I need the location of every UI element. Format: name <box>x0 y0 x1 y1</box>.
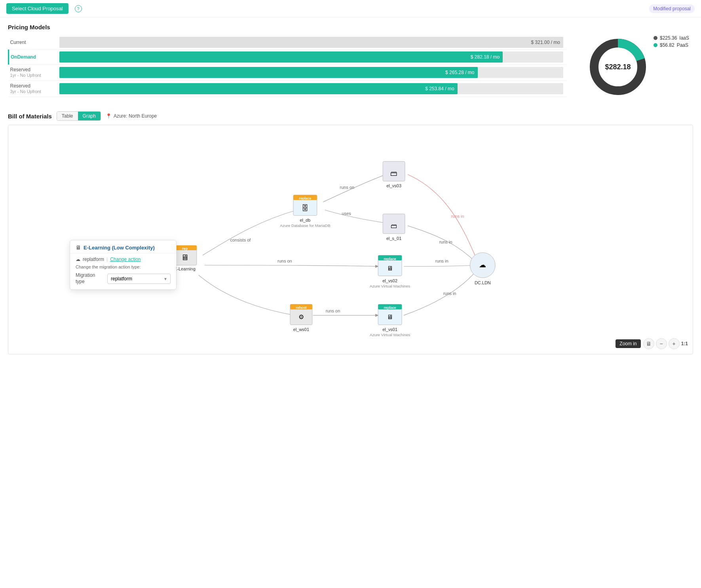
graph-svg: consists of runs on uses runs in runs in… <box>8 125 693 354</box>
select-cloud-button[interactable]: Select Cloud Proposal <box>6 3 68 14</box>
paas-dot <box>654 43 657 47</box>
tooltip-header: 🖥 E-Learning (Low Complexity) <box>70 240 176 253</box>
donut-legend: $225.36 IaaS $56.82 PaaS <box>654 35 689 48</box>
pin-icon: 📍 <box>106 113 112 119</box>
svg-text:el_db: el_db <box>300 218 310 223</box>
svg-text:rehost: rehost <box>296 306 306 310</box>
svg-text:DC.LDN: DC.LDN <box>475 280 491 285</box>
edge-label-uses: uses <box>342 211 351 216</box>
node-el-vs03[interactable]: 🗃 el_vs03 <box>383 162 405 188</box>
tab-table[interactable]: Table <box>57 112 78 120</box>
pricing-row-label: Reserved3yr - No Upfront <box>9 81 56 97</box>
paas-value: $56.82 <box>660 42 674 48</box>
pricing-row-label: Reserved1yr - No Upfront <box>9 65 56 81</box>
edge-label-runs-in-1: runs in <box>451 214 464 219</box>
tooltip-description: Change the migration action type: <box>76 265 171 269</box>
azure-region-label: Azure: North Europe <box>114 113 157 119</box>
tooltip-body: ☁ replatform | Change action Change the … <box>70 253 176 289</box>
zoom-ratio-label: 1:1 <box>681 341 688 346</box>
change-action-link[interactable]: Change action <box>110 257 141 262</box>
zoom-out-btn[interactable]: − <box>656 338 667 349</box>
node-dc-ldn[interactable]: ☁ DC.LDN <box>470 253 495 285</box>
svg-text:🗄: 🗄 <box>302 204 309 212</box>
svg-text:Azure Virtual Machines: Azure Virtual Machines <box>370 284 410 288</box>
iaas-dot <box>654 36 657 40</box>
zoom-tooltip-label: Zoom in <box>616 339 640 348</box>
node-el-db[interactable]: replace 🗄 el_db Azure Database for Maria… <box>280 195 331 228</box>
svg-text:Azure Virtual Machines: Azure Virtual Machines <box>370 333 410 337</box>
edge-label-runs-in-3: runs in <box>435 259 448 263</box>
node-el-vs01[interactable]: replace 🖥 el_vs01 Azure Virtual Machines <box>370 304 410 337</box>
zoom-controls[interactable]: 🖥 − + 1:1 <box>643 338 688 349</box>
svg-text:rep: rep <box>182 247 188 251</box>
node-el-s-01[interactable]: 🗃 el_s_01 <box>383 214 405 241</box>
legend-iaas: $225.36 IaaS <box>654 35 689 41</box>
pricing-row-bar: $ 282.18 / mo <box>56 50 567 65</box>
edge-label-runs-on-1: runs on <box>340 185 355 190</box>
zoom-bar: Zoom in 🖥 − + 1:1 <box>616 338 688 349</box>
header-bar: Select Cloud Proposal ? Modified proposa… <box>0 0 701 17</box>
donut-chart: $282.18 <box>586 35 650 99</box>
tab-graph[interactable]: Graph <box>78 112 101 120</box>
svg-text:replace: replace <box>384 257 396 261</box>
svg-text:🖥: 🖥 <box>181 253 189 262</box>
migration-type-row: Migration type replatformrehostreplacere… <box>76 272 171 285</box>
node-el-vs02[interactable]: replace 🖥 el_vs02 Azure Virtual Machines <box>370 255 410 288</box>
paas-label: PaaS <box>677 42 688 48</box>
pricing-row-label: Current <box>9 35 56 50</box>
main-content: Pricing Models Current $ 321.00 / mo OnD… <box>0 17 701 361</box>
edge-label-runs-in-2: runs in <box>439 240 452 244</box>
graph-area[interactable]: consists of runs on uses runs in runs in… <box>8 125 693 354</box>
iaas-label: IaaS <box>679 35 689 41</box>
iaas-value: $225.36 <box>660 35 677 41</box>
platform-icon: ☁ <box>76 257 80 262</box>
pricing-right-panel: $282.18 $225.36 IaaS $56.82 PaaS <box>582 35 693 103</box>
tooltip-title-icon: 🖥 <box>76 244 81 251</box>
svg-text:el_vs03: el_vs03 <box>386 183 401 188</box>
donut-main-value: $282.18 <box>605 63 631 71</box>
svg-text:el_vs02: el_vs02 <box>382 278 397 283</box>
help-icon[interactable]: ? <box>75 5 82 12</box>
svg-text:⚙: ⚙ <box>298 314 304 320</box>
zoom-in-btn[interactable]: + <box>669 338 680 349</box>
svg-text:🖥: 🖥 <box>387 265 393 272</box>
svg-text:replace: replace <box>299 196 311 200</box>
pricing-row-bar: $ 265.28 / mo <box>56 65 567 81</box>
pricing-table-container: Current $ 321.00 / mo OnDemand $ 282.18 … <box>8 35 566 101</box>
edge-label-consists-of: consists of <box>230 238 251 242</box>
pricing-row-bar: $ 321.00 / mo <box>56 35 567 50</box>
pricing-section-title: Pricing Models <box>8 24 693 30</box>
svg-text:el_vs01: el_vs01 <box>382 327 397 332</box>
migration-type-label: Migration type <box>76 272 103 285</box>
svg-text:🖥: 🖥 <box>387 314 393 320</box>
pricing-row-bar: $ 253.84 / mo <box>56 81 567 97</box>
svg-text:E-Learning: E-Learning <box>174 266 196 271</box>
pricing-row-label: OnDemand <box>9 50 56 65</box>
edge-label-runs-on-3: runs on <box>326 308 340 313</box>
node-tooltip-popup: 🖥 E-Learning (Low Complexity) ☁ replatfo… <box>70 240 177 290</box>
legend-paas: $56.82 PaaS <box>654 42 689 48</box>
svg-text:replace: replace <box>384 306 396 310</box>
node-el-ws01[interactable]: rehost ⚙ el_ws01 <box>290 304 312 332</box>
tooltip-title: E-Learning (Low Complexity) <box>84 245 155 251</box>
svg-text:el_ws01: el_ws01 <box>293 327 309 332</box>
migration-type-select-wrapper[interactable]: replatformrehostreplaceretireretain ▼ <box>107 274 171 284</box>
svg-text:el_s_01: el_s_01 <box>386 236 401 241</box>
bom-tab-group[interactable]: Table Graph <box>57 111 101 121</box>
svg-text:Azure Database for MariaDB: Azure Database for MariaDB <box>280 223 331 228</box>
tooltip-platform-row: ☁ replatform | Change action <box>76 257 171 262</box>
edge-label-runs-on-2: runs on <box>277 259 292 263</box>
monitor-icon-btn[interactable]: 🖥 <box>643 338 654 349</box>
svg-text:☁: ☁ <box>479 261 486 269</box>
svg-text:🗃: 🗃 <box>391 223 397 229</box>
bom-header: Bill of Materials Table Graph 📍 Azure: N… <box>8 111 693 121</box>
migration-type-select[interactable]: replatformrehostreplaceretireretain <box>107 274 171 284</box>
azure-region-badge: 📍 Azure: North Europe <box>106 113 157 119</box>
bom-section-title: Bill of Materials <box>8 113 52 120</box>
svg-text:🗃: 🗃 <box>390 169 397 177</box>
node-elearning[interactable]: rep 🖥 E-Learning <box>173 245 197 271</box>
pricing-table: Current $ 321.00 / mo OnDemand $ 282.18 … <box>8 35 566 97</box>
modified-proposal-badge[interactable]: Modified proposal <box>649 4 695 13</box>
edge-label-runs-in-4: runs in <box>443 291 456 296</box>
platform-label: replatform <box>83 257 104 262</box>
